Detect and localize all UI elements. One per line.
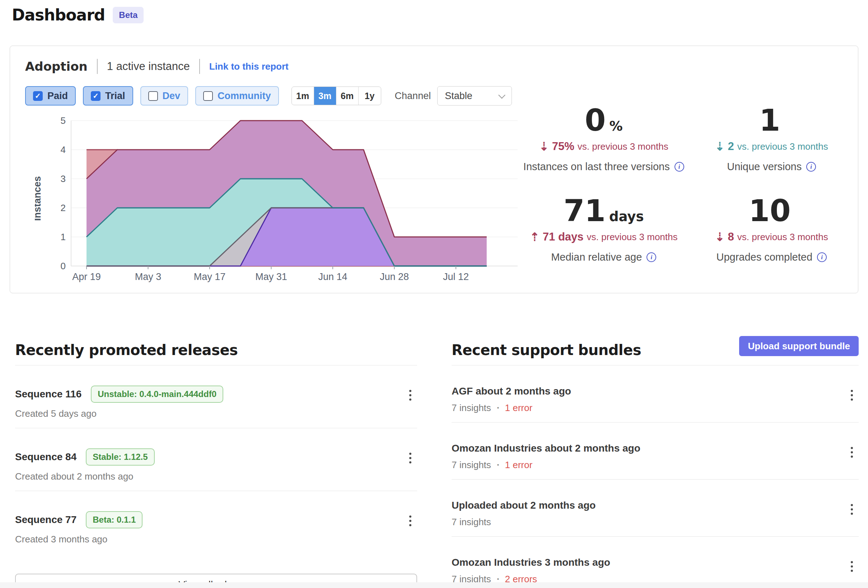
release-version-badge: Stable: 1.12.5 <box>86 448 154 465</box>
filter-label: Trial <box>105 90 125 102</box>
support-bundle-row: AGF about 2 months ago 7 insights 1 erro… <box>452 365 859 422</box>
stat-instances-last-three-versions: 0 % ⇣ 75% vs. previous 3 months Instance… <box>520 103 688 193</box>
release-version-badge: Unstable: 0.4.0-main.444ddf0 <box>91 386 223 403</box>
trend-up-icon: ⇡ <box>530 232 540 242</box>
filter-pill-trial[interactable]: Trial <box>83 86 133 106</box>
filter-pill-community[interactable]: Community <box>195 86 279 106</box>
filter-pill-dev[interactable]: Dev <box>140 86 189 106</box>
svg-text:4: 4 <box>61 144 66 155</box>
stat-upgrades-completed: 10 ⇣ 8 vs. previous 3 months Upgrades co… <box>688 193 856 279</box>
stat-change: ⇡ 71 days vs. previous 3 months <box>530 230 678 244</box>
checkbox-checked-icon[interactable] <box>33 91 43 101</box>
divider <box>97 59 97 74</box>
svg-text:Jul 12: Jul 12 <box>443 271 469 282</box>
support-bundle-row: Omozan Industries 3 months ago 7 insight… <box>452 536 859 588</box>
svg-text:May 17: May 17 <box>194 271 226 282</box>
stat-label: Median relative age <box>551 251 642 263</box>
info-icon[interactable]: i <box>647 253 656 262</box>
trend-down-icon: ⇣ <box>715 141 725 152</box>
bundle-insights: 7 insights <box>452 402 491 414</box>
release-row: Sequence 116 Unstable: 0.4.0-main.444ddf… <box>15 365 417 428</box>
kebab-menu-icon[interactable] <box>407 388 413 403</box>
stat-value: 1 <box>759 103 780 138</box>
change-rest: vs. previous 3 months <box>587 232 678 243</box>
change-value: 8 <box>728 230 734 244</box>
svg-text:Jun 14: Jun 14 <box>318 271 347 282</box>
bundle-insights: 7 insights <box>452 517 491 528</box>
release-title: Sequence 77 <box>15 514 77 526</box>
stat-label: Instances on last three versions <box>523 161 670 173</box>
adoption-card-header: Adoption 1 active instance Link to this … <box>25 59 289 74</box>
beta-badge: Beta <box>113 7 143 23</box>
svg-text:3: 3 <box>61 173 66 184</box>
info-icon[interactable]: i <box>675 162 684 171</box>
releases-heading: Recently promoted releases <box>15 342 417 365</box>
bundle-errors: 1 error <box>491 459 532 471</box>
kebab-menu-icon[interactable] <box>849 445 855 460</box>
stat-value: 71 <box>564 193 605 228</box>
checkbox-unchecked-icon[interactable] <box>148 91 158 101</box>
trend-down-icon: ⇣ <box>715 232 725 242</box>
kebab-menu-icon[interactable] <box>407 513 413 528</box>
info-icon[interactable]: i <box>806 162 816 171</box>
stat-median-relative-age: 71 days ⇡ 71 days vs. previous 3 months … <box>520 193 688 279</box>
info-icon[interactable]: i <box>817 253 827 262</box>
bundle-title: Omozan Industries about 2 months ago <box>452 443 641 454</box>
support-bundle-row: Uploaded about 2 months ago 7 insights <box>452 479 859 536</box>
kebab-menu-icon[interactable] <box>849 502 855 517</box>
svg-text:0: 0 <box>61 261 66 271</box>
bundle-insights: 7 insights <box>452 459 491 471</box>
time-range-3m[interactable]: 3m <box>314 87 337 105</box>
change-value: 2 <box>728 140 734 153</box>
svg-text:Jun 28: Jun 28 <box>380 271 409 282</box>
page-bottom-strip <box>0 582 868 588</box>
svg-text:May 3: May 3 <box>135 271 162 282</box>
kebab-menu-icon[interactable] <box>407 451 413 465</box>
channel-select-value: Stable <box>445 90 472 102</box>
filter-row: Paid Trial Dev Community 1m 3m 6m 1y Cha… <box>25 86 512 106</box>
time-range-1y[interactable]: 1y <box>359 87 381 105</box>
stat-value: 10 <box>749 193 791 228</box>
time-range-selector: 1m 3m 6m 1y <box>291 87 381 105</box>
stat-label: Unique versions <box>727 161 802 173</box>
active-instance-count: 1 active instance <box>107 60 190 73</box>
trend-down-icon: ⇣ <box>539 141 549 152</box>
channel-select[interactable]: Stable <box>437 86 512 106</box>
link-to-report[interactable]: Link to this report <box>209 61 289 72</box>
stat-change: ⇣ 75% vs. previous 3 months <box>539 140 669 153</box>
time-range-1m[interactable]: 1m <box>292 87 314 105</box>
filter-pill-paid[interactable]: Paid <box>25 86 76 106</box>
svg-text:Apr 19: Apr 19 <box>72 271 101 282</box>
svg-text:May 31: May 31 <box>255 271 287 282</box>
release-title: Sequence 116 <box>15 389 81 400</box>
stat-suffix: % <box>609 118 623 134</box>
release-created: Created 3 months ago <box>15 534 417 545</box>
change-rest: vs. previous 3 months <box>737 141 828 152</box>
page-header: Dashboard Beta <box>12 6 143 24</box>
kebab-menu-icon[interactable] <box>849 559 855 574</box>
release-created: Created about 2 months ago <box>15 471 417 482</box>
release-row: Sequence 84 Stable: 1.12.5 Created about… <box>15 428 417 491</box>
stat-value: 0 <box>585 103 605 138</box>
release-title: Sequence 84 <box>15 451 77 463</box>
bundle-title: Omozan Industries 3 months ago <box>452 557 610 568</box>
checkbox-unchecked-icon[interactable] <box>203 91 213 101</box>
bundle-title: Uploaded about 2 months ago <box>452 500 596 511</box>
checkbox-checked-icon[interactable] <box>91 91 100 101</box>
filter-label: Paid <box>47 90 68 102</box>
stat-change: ⇣ 8 vs. previous 3 months <box>715 230 828 244</box>
adoption-title: Adoption <box>25 59 88 74</box>
stat-change: ⇣ 2 vs. previous 3 months <box>715 140 828 153</box>
support-bundle-row: Omozan Industries about 2 months ago 7 i… <box>452 422 859 479</box>
adoption-card: Adoption 1 active instance Link to this … <box>10 46 858 293</box>
recent-releases-section: Recently promoted releases Sequence 116 … <box>15 342 417 588</box>
time-range-6m[interactable]: 6m <box>337 87 359 105</box>
upload-support-bundle-button[interactable]: Upload support bundle <box>739 336 859 356</box>
change-rest: vs. previous 3 months <box>577 141 669 152</box>
release-version-badge: Beta: 0.1.1 <box>86 511 143 528</box>
svg-text:1: 1 <box>61 232 66 242</box>
bundle-title: AGF about 2 months ago <box>452 386 571 397</box>
kebab-menu-icon[interactable] <box>849 388 855 403</box>
release-created: Created 5 days ago <box>15 408 417 419</box>
change-value: 71 days <box>543 230 584 244</box>
